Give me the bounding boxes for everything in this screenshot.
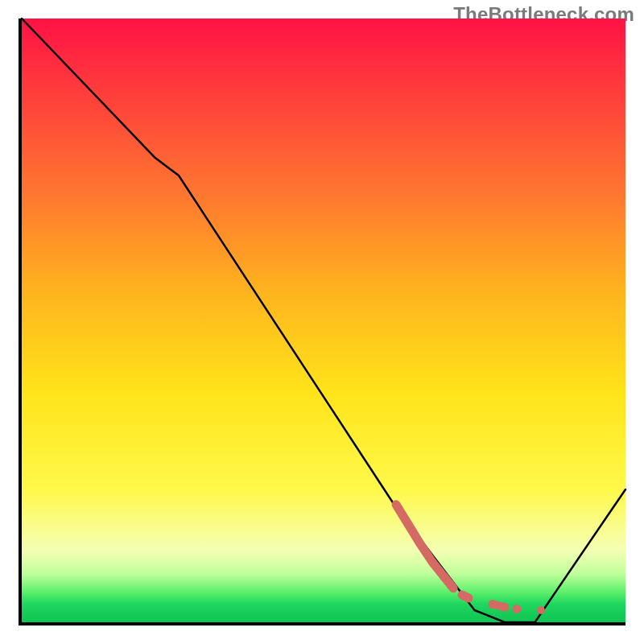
chart-container: TheBottleneck.com <box>0 0 644 644</box>
chart-svg <box>22 19 625 622</box>
plot-area <box>19 19 625 625</box>
bottleneck-curve-line <box>22 19 625 622</box>
svg-point-3 <box>537 606 545 614</box>
highlight-segment-line <box>396 505 545 614</box>
svg-point-2 <box>513 605 522 613</box>
